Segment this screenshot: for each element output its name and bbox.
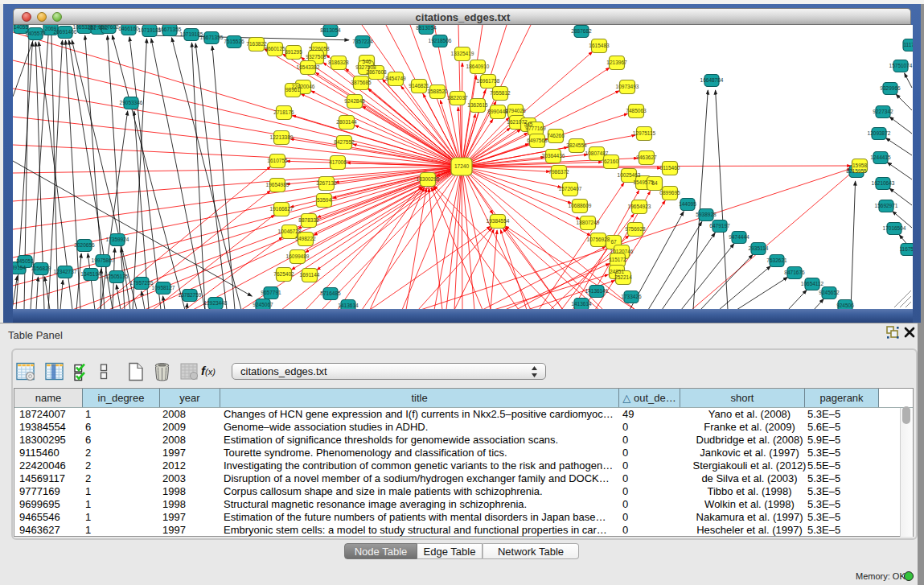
svg-text:10046728: 10046728	[278, 229, 302, 234]
svg-text:8427552: 8427552	[334, 139, 355, 145]
svg-text:18640910: 18640910	[466, 64, 490, 69]
svg-text:3267130: 3267130	[316, 180, 337, 186]
svg-text:2867608: 2867608	[366, 69, 387, 75]
svg-text:8215955: 8215955	[846, 168, 867, 174]
svg-text:115172: 115172	[609, 257, 626, 262]
svg-text:7485063: 7485063	[626, 108, 647, 113]
svg-text:1362615: 1362615	[467, 102, 488, 108]
svg-text:2020656: 2020656	[74, 242, 95, 248]
svg-text:10025463: 10025463	[618, 172, 641, 178]
svg-text:9245067: 9245067	[253, 302, 273, 307]
svg-text:9242848: 9242848	[344, 98, 365, 104]
svg-text:15720407: 15720407	[559, 186, 582, 192]
svg-text:1588520: 1588520	[427, 89, 448, 94]
svg-text:1691144: 1691144	[300, 272, 320, 278]
svg-text:3875685: 3875685	[351, 80, 372, 85]
svg-text:0899695: 0899695	[659, 190, 680, 196]
svg-text:1615483: 1615483	[589, 43, 610, 48]
svg-text:1213967: 1213967	[606, 60, 627, 65]
svg-text:7625402: 7625402	[273, 271, 294, 277]
svg-text:9146821: 9146821	[409, 83, 429, 89]
svg-text:1413614: 1413614	[571, 301, 592, 307]
svg-text:17957255: 17957255	[130, 280, 154, 286]
svg-text:891295: 891295	[285, 49, 302, 55]
svg-text:9777169: 9777169	[525, 126, 546, 131]
svg-text:53594: 53594	[317, 197, 331, 203]
svg-text:98961: 98961	[285, 87, 300, 93]
svg-text:144095: 144095	[679, 201, 696, 207]
svg-text:5716485: 5716485	[320, 290, 341, 296]
svg-text:8186328: 8186328	[328, 60, 349, 65]
svg-text:6497568: 6497568	[527, 138, 548, 143]
svg-text:1413614: 1413614	[338, 303, 359, 308]
svg-text:9474444: 9474444	[729, 234, 749, 240]
svg-text:5498222: 5498222	[295, 236, 316, 241]
svg-text:19654923: 19654923	[628, 204, 651, 209]
svg-text:1156829: 1156829	[31, 266, 51, 271]
svg-text:3824554: 3824554	[566, 142, 587, 148]
svg-text:9327508: 9327508	[306, 54, 326, 60]
svg-text:8454749: 8454749	[385, 76, 406, 81]
svg-text:9463627: 9463627	[636, 154, 657, 160]
svg-text:8813054: 8813054	[416, 25, 437, 31]
svg-text:17016504: 17016504	[883, 225, 906, 231]
svg-text:62160: 62160	[604, 159, 618, 164]
svg-text:9227342: 9227342	[873, 109, 893, 114]
svg-text:8660125: 8660125	[265, 46, 285, 51]
svg-text:5938928: 5938928	[696, 212, 717, 217]
svg-text:12923448: 12923448	[204, 300, 228, 306]
svg-text:6466160: 6466160	[118, 26, 139, 31]
svg-text:1733426: 1733426	[621, 294, 642, 299]
svg-text:18300295: 18300295	[417, 176, 440, 182]
svg-text:1549575: 1549575	[633, 179, 654, 185]
svg-text:9329966: 9329966	[880, 85, 901, 91]
svg-text:11174: 11174	[903, 42, 913, 47]
svg-text:116753: 116753	[899, 246, 913, 252]
svg-text:1345194: 1345194	[80, 271, 101, 277]
svg-text:10973493: 10973493	[616, 84, 639, 89]
svg-text:924506: 924506	[836, 303, 854, 308]
svg-text:17359924: 17359924	[106, 237, 129, 242]
svg-text:24851: 24851	[610, 269, 624, 274]
svg-text:252214: 252214	[614, 274, 632, 280]
svg-text:8878332: 8878332	[298, 217, 319, 223]
svg-text:16210643: 16210643	[872, 180, 895, 186]
svg-text:15958: 15958	[852, 163, 867, 168]
svg-text:7986372: 7986372	[548, 169, 569, 175]
svg-text:2887682: 2887682	[571, 28, 592, 34]
svg-text:12342737: 12342737	[54, 269, 77, 274]
svg-text:7163822: 7163822	[246, 41, 267, 47]
svg-text:67: 67	[610, 239, 617, 245]
svg-text:12213389: 12213389	[270, 134, 294, 140]
svg-text:10756928: 10756928	[587, 237, 610, 242]
svg-text:9756928: 9756928	[625, 226, 646, 232]
svg-text:16099489: 16099489	[286, 253, 310, 259]
svg-text:19384554: 19384554	[487, 218, 510, 224]
svg-text:16671355: 16671355	[200, 35, 224, 40]
svg-text:16543382: 16543382	[297, 64, 320, 70]
svg-text:7357224: 7357224	[352, 39, 373, 44]
svg-text:16671355: 16671355	[158, 27, 182, 32]
svg-text:8471676: 8471676	[784, 270, 805, 275]
svg-text:14136141: 14136141	[585, 288, 609, 294]
svg-text:19975867: 19975867	[92, 257, 115, 263]
svg-text:20691406: 20691406	[54, 29, 77, 35]
svg-text:64: 64	[651, 180, 658, 186]
svg-text:3822037: 3822037	[447, 95, 468, 101]
svg-text:16961758: 16961758	[477, 78, 500, 84]
svg-text:9115460: 9115460	[660, 165, 680, 171]
svg-text:16782759: 16782759	[179, 292, 202, 298]
svg-text:10958127: 10958127	[152, 285, 175, 290]
svg-text:546: 546	[363, 59, 372, 64]
svg-text:14055: 14055	[14, 25, 28, 30]
svg-text:1527602: 1527602	[98, 25, 119, 30]
svg-text:12093872: 12093872	[868, 130, 891, 136]
svg-text:9657791: 9657791	[261, 290, 281, 295]
svg-text:16648784: 16648784	[700, 77, 724, 83]
svg-text:417006: 417006	[329, 159, 347, 165]
svg-text:18807249: 18807249	[577, 220, 600, 225]
svg-text:19218506: 19218506	[429, 38, 452, 43]
svg-text:10120746: 10120746	[610, 249, 634, 254]
svg-text:8813054: 8813054	[320, 27, 341, 33]
svg-text:1405572: 1405572	[25, 31, 46, 36]
